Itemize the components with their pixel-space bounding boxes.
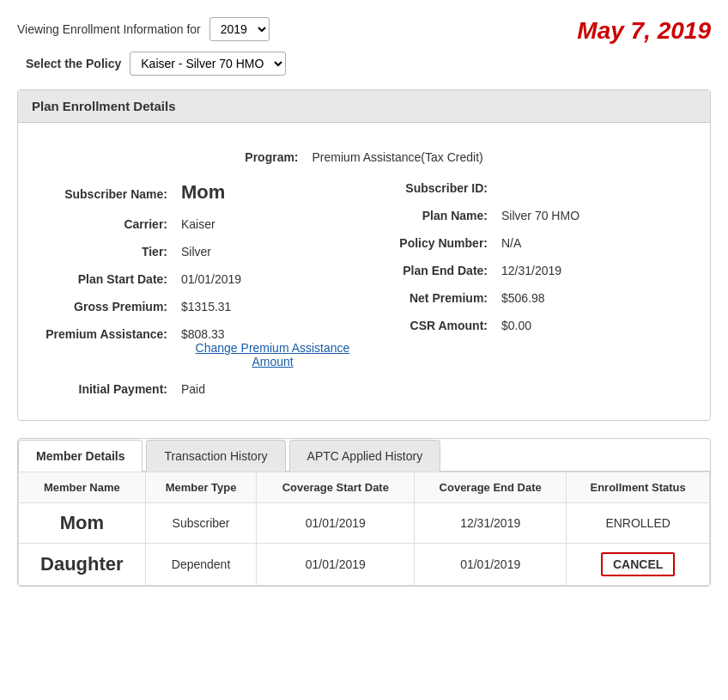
carrier-label: Carrier: — [44, 217, 181, 231]
col-coverage-start: Coverage Start Date — [257, 472, 415, 503]
net-premium-value: $506.98 — [501, 291, 545, 305]
gross-premium-label: Gross Premium: — [44, 300, 181, 313]
carrier-value: Kaiser — [181, 217, 215, 231]
csr-amount-row: CSR Amount: $0.00 — [364, 312, 684, 339]
premium-assistance-value: $808.33 — [181, 327, 225, 341]
gross-premium-row: Gross Premium: $1315.31 — [44, 293, 364, 320]
status-daughter: CANCEL — [567, 544, 710, 586]
change-premium-link[interactable]: Change Premium Assistance Amount — [181, 341, 364, 368]
enrolled-badge: ENROLLED — [605, 516, 670, 530]
policy-number-label: Policy Number: — [364, 236, 501, 250]
table-row: Mom Subscriber 01/01/2019 12/31/2019 ENR… — [19, 503, 710, 544]
plan-name-row: Plan Name: Silver 70 HMO — [364, 202, 684, 229]
member-name-daughter: Daughter — [19, 544, 146, 586]
carrier-row: Carrier: Kaiser — [44, 210, 364, 238]
coverage-end-daughter: 01/01/2019 — [415, 544, 567, 586]
member-section: Member Details Transaction History APTC … — [17, 438, 711, 587]
subscriber-id-row: Subscriber ID: — [364, 174, 684, 202]
plan-end-row: Plan End Date: 12/31/2019 — [364, 257, 684, 284]
subscriber-name-row: Subscriber Name: Mom — [44, 174, 364, 210]
subscriber-name-value: Mom — [181, 181, 225, 204]
plan-name-value: Silver 70 HMO — [501, 209, 579, 222]
plan-enrollment-header: Plan Enrollment Details — [18, 90, 710, 123]
program-value: Premium Assistance(Tax Credit) — [312, 150, 483, 164]
initial-payment-row: Initial Payment: Paid — [44, 375, 364, 403]
select-policy-row: Select the Policy Kaiser - Silver 70 HMO — [17, 52, 286, 76]
subscriber-name-label: Subscriber Name: — [44, 187, 181, 201]
top-left: Viewing Enrollment Information for 2019 … — [17, 17, 286, 76]
tier-label: Tier: — [44, 245, 181, 259]
plan-enrollment-card: Plan Enrollment Details Program: Premium… — [17, 89, 711, 421]
cancel-badge: CANCEL — [601, 552, 675, 576]
col-coverage-end: Coverage End Date — [415, 472, 567, 503]
right-column: Subscriber ID: Plan Name: Silver 70 HMO … — [364, 174, 684, 403]
tab-transaction-history[interactable]: Transaction History — [146, 440, 285, 472]
top-section: Viewing Enrollment Information for 2019 … — [17, 17, 711, 76]
tabs-row: Member Details Transaction History APTC … — [18, 439, 710, 472]
plan-name-label: Plan Name: — [364, 209, 501, 222]
member-table: Member Name Member Type Coverage Start D… — [18, 472, 710, 586]
net-premium-row: Net Premium: $506.98 — [364, 284, 684, 312]
policy-select[interactable]: Kaiser - Silver 70 HMO — [130, 52, 286, 76]
tier-row: Tier: Silver — [44, 238, 364, 265]
csr-amount-value: $0.00 — [501, 319, 531, 332]
program-label: Program: — [245, 150, 298, 164]
coverage-start-mom: 01/01/2019 — [257, 503, 415, 544]
coverage-end-mom: 12/31/2019 — [415, 503, 567, 544]
table-header-row: Member Name Member Type Coverage Start D… — [19, 472, 710, 503]
col-enrollment-status: Enrollment Status — [567, 472, 710, 503]
tab-aptc-history[interactable]: APTC Applied History — [289, 440, 441, 472]
plan-start-value: 01/01/2019 — [181, 272, 241, 286]
select-policy-label: Select the Policy — [17, 57, 121, 70]
policy-number-value: N/A — [501, 236, 521, 250]
coverage-start-daughter: 01/01/2019 — [257, 544, 415, 586]
policy-number-row: Policy Number: N/A — [364, 229, 684, 257]
viewing-row: Viewing Enrollment Information for 2019 — [17, 17, 286, 41]
program-row: Program: Premium Assistance(Tax Credit) — [44, 140, 684, 174]
premium-assistance-row: Premium Assistance: $808.33 Change Premi… — [44, 320, 364, 375]
member-type-daughter: Dependent — [145, 544, 257, 586]
premium-assistance-label: Premium Assistance: — [44, 327, 181, 341]
gross-premium-value: $1315.31 — [181, 300, 231, 313]
tier-value: Silver — [181, 245, 211, 259]
date-header: May 7, 2019 — [577, 17, 711, 45]
viewing-label: Viewing Enrollment Information for — [17, 22, 201, 36]
col-member-name: Member Name — [19, 472, 146, 503]
plan-end-value: 12/31/2019 — [501, 264, 561, 277]
details-grid: Subscriber Name: Mom Carrier: Kaiser Tie… — [44, 174, 684, 403]
subscriber-id-label: Subscriber ID: — [364, 181, 501, 195]
plan-start-row: Plan Start Date: 01/01/2019 — [44, 265, 364, 293]
plan-start-label: Plan Start Date: — [44, 272, 181, 286]
year-select[interactable]: 2019 — [209, 17, 270, 41]
member-type-mom: Subscriber — [145, 503, 257, 544]
plan-end-label: Plan End Date: — [364, 264, 501, 277]
initial-payment-label: Initial Payment: — [44, 382, 181, 396]
status-mom: ENROLLED — [567, 503, 710, 544]
table-row: Daughter Dependent 01/01/2019 01/01/2019… — [19, 544, 710, 586]
initial-payment-value: Paid — [181, 382, 205, 396]
left-column: Subscriber Name: Mom Carrier: Kaiser Tie… — [44, 174, 364, 403]
plan-details-body: Program: Premium Assistance(Tax Credit) … — [18, 123, 710, 420]
col-member-type: Member Type — [145, 472, 257, 503]
member-name-mom: Mom — [19, 503, 146, 544]
premium-assistance-block: $808.33 Change Premium Assistance Amount — [181, 327, 364, 368]
tab-member-details[interactable]: Member Details — [18, 440, 143, 472]
net-premium-label: Net Premium: — [364, 291, 501, 305]
csr-amount-label: CSR Amount: — [364, 319, 501, 332]
